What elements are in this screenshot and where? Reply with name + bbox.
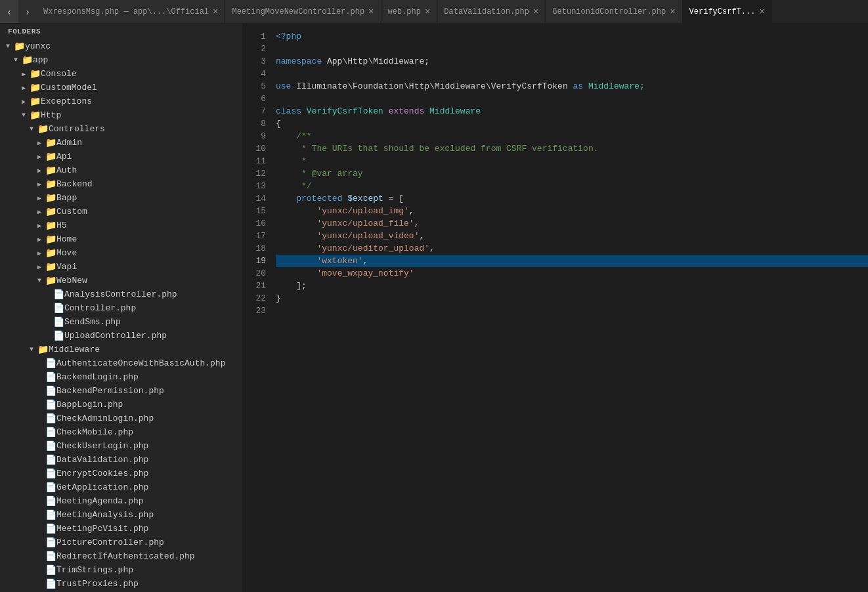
tab-label-0: WxresponsMsg.php — app\...\Official (43, 7, 209, 16)
folder-icon: 📁 (45, 275, 56, 286)
tree-item-bapp[interactable]: ▶📁Bapp (0, 191, 242, 205)
tree-item-console[interactable]: ▶📁Console (0, 67, 242, 81)
file-icon: 📄 (45, 551, 56, 562)
tree-label-checkmobile: CheckMobile.php (56, 427, 242, 437)
tree-item-backend[interactable]: ▶📁Backend (0, 177, 242, 191)
tree-item-backendlogin[interactable]: 📄BackendLogin.php (0, 370, 242, 384)
tab-close-3[interactable]: × (533, 7, 538, 16)
code-token: App\Http\Middleware; (327, 56, 429, 66)
tab-3[interactable]: DataValidation.php× (437, 0, 546, 23)
tree-item-bapplogin[interactable]: 📄BappLogin.php (0, 398, 242, 412)
tree-item-controllers[interactable]: ▼📁Controllers (0, 122, 242, 136)
tab-1[interactable]: MeetingMoveNewController.php× (225, 0, 381, 23)
line-number-9: 9 (243, 130, 272, 142)
code-line-8: { (276, 117, 868, 130)
tree-item-backendpermission[interactable]: 📄BackendPermission.php (0, 384, 242, 398)
tree-label-vapi: Vapi (56, 262, 242, 272)
tree-item-trimstrings[interactable]: 📄TrimStrings.php (0, 563, 242, 577)
tab-label-5: VerifyCsrfT... (689, 7, 756, 16)
tree-item-yunxc[interactable]: ▼📁yunxc (0, 39, 242, 53)
tree-item-meetinganalysis[interactable]: 📄MeetingAnalysis.php (0, 508, 242, 522)
tab-5[interactable]: VerifyCsrfT...× (683, 0, 772, 23)
tab-close-4[interactable]: × (670, 7, 675, 16)
tree-item-authenticateonce[interactable]: 📄AuthenticateOnceWithBasicAuth.php (0, 356, 242, 370)
tree-item-webnew[interactable]: ▼📁WebNew (0, 274, 242, 287)
tree-arrow-http: ▼ (18, 112, 29, 119)
line-number-11: 11 (243, 155, 272, 167)
tree-item-checkuserlogin[interactable]: 📄CheckUserLogin.php (0, 439, 242, 453)
code-token: protected (296, 194, 347, 203)
tree-item-auth[interactable]: ▶📁Auth (0, 163, 242, 177)
folder-icon: 📁 (13, 41, 25, 52)
tree-item-admin[interactable]: ▶📁Admin (0, 136, 242, 150)
line-number-23: 23 (243, 305, 272, 317)
tree-item-uploadcontroller[interactable]: 📄UploadController.php (0, 329, 242, 343)
code-token: * (276, 156, 307, 166)
code-line-22: } (276, 292, 868, 305)
line-number-14: 14 (243, 192, 272, 205)
tree-item-analysiscontroller[interactable]: 📄AnalysisController.php (0, 287, 242, 301)
editor[interactable]: 1234567891011121314151617181920212223 <?… (243, 24, 868, 592)
tab-close-5[interactable]: × (759, 7, 764, 16)
tree-item-meetingpcvisit[interactable]: 📄MeetingPcVisit.php (0, 522, 242, 536)
tree-arrow-bapp: ▶ (34, 194, 45, 202)
file-icon: 📄 (53, 330, 64, 341)
tree-item-redirectifauthenticated[interactable]: 📄RedirectIfAuthenticated.php (0, 549, 242, 563)
tab-nav-right[interactable]: › (18, 0, 37, 23)
tree-label-admin: Admin (56, 138, 242, 148)
file-icon: 📄 (45, 427, 56, 438)
tree-item-api[interactable]: ▶📁Api (0, 150, 242, 163)
code-line-20: 'move_wxpay_notify' (276, 267, 868, 280)
folder-icon: 📁 (37, 123, 49, 135)
tree-item-meetingagenda[interactable]: 📄MeetingAgenda.php (0, 494, 242, 508)
code-line-14: protected $except = [ (276, 192, 868, 205)
tree-item-h5[interactable]: ▶📁H5 (0, 219, 242, 232)
tab-close-2[interactable]: × (425, 7, 430, 16)
file-icon: 📄 (45, 523, 56, 534)
tree-label-redirectifauthenticated: RedirectIfAuthenticated.php (56, 551, 242, 561)
tree-item-trustproxies[interactable]: 📄TrustProxies.php (0, 577, 242, 591)
code-token: 'yunxc/ueditor_upload' (316, 243, 429, 253)
tree-item-encryptcookies[interactable]: 📄EncryptCookies.php (0, 467, 242, 480)
tab-close-1[interactable]: × (368, 7, 374, 16)
tab-close-0[interactable]: × (213, 7, 218, 16)
folder-icon: 📁 (21, 54, 33, 66)
tree-item-custom[interactable]: ▶📁Custom (0, 205, 242, 219)
tree-label-meetingagenda: MeetingAgenda.php (56, 496, 242, 506)
tree-item-sendsms[interactable]: 📄SendSms.php (0, 315, 242, 329)
tree-arrow-yunxc: ▼ (3, 43, 13, 50)
tree-arrow-admin: ▶ (34, 139, 45, 147)
tab-0[interactable]: WxresponsMsg.php — app\...\Official× (37, 0, 225, 23)
code-token (276, 194, 296, 203)
tree-label-custom: Custom (56, 207, 242, 217)
tree-item-custommodel[interactable]: ▶📁CustomModel (0, 81, 242, 95)
line-number-21: 21 (243, 280, 272, 292)
tree-item-middleware[interactable]: ▼📁Middleware (0, 343, 242, 356)
tree-item-datavalidation[interactable]: 📄DataValidation.php (0, 453, 242, 467)
code-line-19: 'wxtoken', (276, 255, 868, 267)
folder-icon: 📁 (29, 68, 41, 79)
tab-2[interactable]: web.php× (381, 0, 438, 23)
folder-icon: 📁 (37, 344, 49, 355)
tree-item-app[interactable]: ▼📁app (0, 53, 242, 67)
tree-item-move[interactable]: ▶📁Move (0, 246, 242, 260)
tree-item-vapi[interactable]: ▶📁Vapi (0, 260, 242, 274)
tree-item-checkadminlogin[interactable]: 📄CheckAdminLogin.php (0, 412, 242, 425)
tree-item-picturecontroller[interactable]: 📄PictureController.php (0, 536, 242, 549)
line-number-19: 19 (243, 255, 272, 267)
tree-item-exceptions[interactable]: ▶📁Exceptions (0, 95, 242, 108)
tree-item-controller[interactable]: 📄Controller.php (0, 301, 242, 315)
tab-4[interactable]: GetunionidController.php× (546, 0, 682, 23)
line-number-18: 18 (243, 242, 272, 255)
line-number-12: 12 (243, 167, 272, 180)
code-line-16: 'yunxc/upload_file', (276, 217, 868, 230)
line-number-22: 22 (243, 292, 272, 305)
tree-item-checkmobile[interactable]: 📄CheckMobile.php (0, 425, 242, 439)
file-icon: 📄 (45, 496, 56, 507)
tree-item-getapplication[interactable]: 📄GetApplication.php (0, 480, 242, 494)
tree-item-home[interactable]: ▶📁Home (0, 232, 242, 246)
tree-arrow-home: ▶ (34, 236, 45, 243)
tab-nav-left[interactable]: ‹ (0, 0, 18, 23)
tab-label-3: DataValidation.php (444, 7, 529, 16)
tree-item-http[interactable]: ▼📁Http (0, 108, 242, 122)
